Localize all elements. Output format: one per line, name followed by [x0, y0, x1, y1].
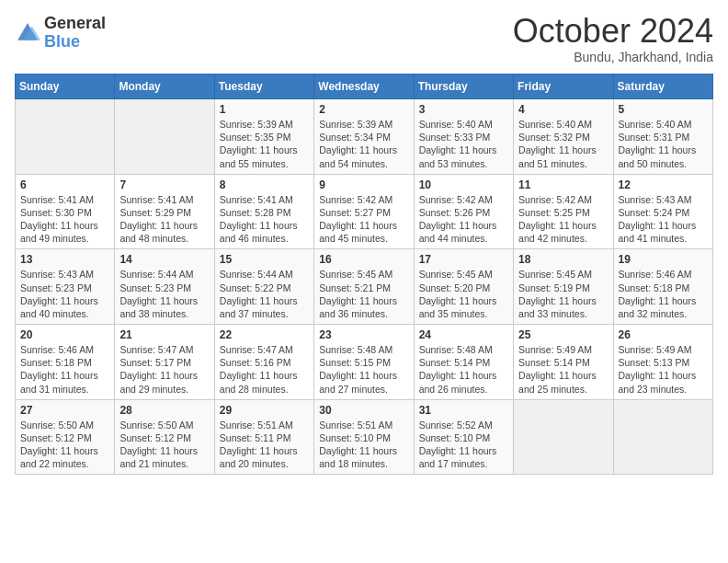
- calendar-cell: 15Sunrise: 5:44 AM Sunset: 5:22 PM Dayli…: [214, 249, 313, 325]
- logo-line1: General: [44, 15, 106, 33]
- day-info: Sunrise: 5:45 AM Sunset: 5:21 PM Dayligh…: [319, 268, 408, 320]
- day-number: 14: [119, 253, 209, 266]
- day-number: 31: [419, 404, 508, 417]
- week-row-5: 27Sunrise: 5:50 AM Sunset: 5:12 PM Dayli…: [16, 399, 713, 475]
- day-info: Sunrise: 5:40 AM Sunset: 5:31 PM Dayligh…: [619, 118, 708, 170]
- calendar-cell: 30Sunrise: 5:51 AM Sunset: 5:10 PM Dayli…: [314, 399, 414, 475]
- title-block: October 2024 Bundu, Jharkhand, India: [513, 15, 713, 64]
- day-number: 4: [518, 103, 608, 116]
- calendar-cell: [115, 99, 214, 175]
- calendar-cell: 4Sunrise: 5:40 AM Sunset: 5:32 PM Daylig…: [514, 99, 613, 175]
- day-info: Sunrise: 5:46 AM Sunset: 5:18 PM Dayligh…: [619, 268, 708, 320]
- weekday-header-thursday: Thursday: [414, 75, 513, 99]
- day-info: Sunrise: 5:39 AM Sunset: 5:35 PM Dayligh…: [220, 118, 309, 170]
- calendar-cell: [514, 399, 613, 475]
- day-number: 23: [319, 328, 408, 341]
- weekday-header-wednesday: Wednesday: [314, 75, 414, 99]
- calendar-body: 1Sunrise: 5:39 AM Sunset: 5:35 PM Daylig…: [16, 99, 713, 475]
- calendar-cell: 29Sunrise: 5:51 AM Sunset: 5:11 PM Dayli…: [214, 399, 313, 475]
- day-info: Sunrise: 5:43 AM Sunset: 5:24 PM Dayligh…: [619, 193, 708, 246]
- day-info: Sunrise: 5:42 AM Sunset: 5:26 PM Dayligh…: [419, 193, 508, 246]
- day-number: 8: [220, 178, 309, 191]
- day-number: 9: [319, 178, 408, 191]
- calendar-cell: 10Sunrise: 5:42 AM Sunset: 5:26 PM Dayli…: [414, 174, 513, 249]
- calendar-cell: 25Sunrise: 5:49 AM Sunset: 5:14 PM Dayli…: [514, 325, 613, 400]
- day-info: Sunrise: 5:42 AM Sunset: 5:27 PM Dayligh…: [319, 193, 408, 246]
- weekday-header-friday: Friday: [514, 75, 613, 99]
- day-info: Sunrise: 5:41 AM Sunset: 5:29 PM Dayligh…: [119, 193, 209, 246]
- day-number: 12: [619, 178, 708, 191]
- weekday-header-monday: Monday: [115, 75, 214, 99]
- day-number: 13: [20, 253, 109, 266]
- location-subtitle: Bundu, Jharkhand, India: [513, 50, 713, 64]
- calendar-cell: 12Sunrise: 5:43 AM Sunset: 5:24 PM Dayli…: [613, 174, 712, 249]
- day-info: Sunrise: 5:45 AM Sunset: 5:20 PM Dayligh…: [419, 268, 508, 320]
- calendar-cell: 3Sunrise: 5:40 AM Sunset: 5:33 PM Daylig…: [414, 99, 513, 175]
- day-info: Sunrise: 5:41 AM Sunset: 5:30 PM Dayligh…: [20, 193, 109, 246]
- day-info: Sunrise: 5:46 AM Sunset: 5:18 PM Dayligh…: [20, 343, 109, 396]
- calendar-cell: 2Sunrise: 5:39 AM Sunset: 5:34 PM Daylig…: [314, 99, 414, 175]
- month-title: October 2024: [513, 15, 713, 48]
- day-number: 2: [319, 103, 408, 116]
- day-number: 7: [119, 178, 209, 191]
- day-info: Sunrise: 5:49 AM Sunset: 5:13 PM Dayligh…: [619, 343, 708, 396]
- day-number: 20: [20, 328, 109, 341]
- calendar-cell: 24Sunrise: 5:48 AM Sunset: 5:14 PM Dayli…: [414, 325, 513, 400]
- day-number: 1: [220, 103, 309, 116]
- day-info: Sunrise: 5:52 AM Sunset: 5:10 PM Dayligh…: [419, 419, 508, 471]
- calendar-cell: 1Sunrise: 5:39 AM Sunset: 5:35 PM Daylig…: [214, 99, 313, 175]
- day-info: Sunrise: 5:41 AM Sunset: 5:28 PM Dayligh…: [220, 193, 309, 246]
- day-number: 22: [220, 328, 309, 341]
- day-info: Sunrise: 5:48 AM Sunset: 5:14 PM Dayligh…: [419, 343, 508, 396]
- calendar-cell: 26Sunrise: 5:49 AM Sunset: 5:13 PM Dayli…: [613, 325, 712, 400]
- day-info: Sunrise: 5:42 AM Sunset: 5:25 PM Dayligh…: [518, 193, 608, 246]
- calendar-header: SundayMondayTuesdayWednesdayThursdayFrid…: [16, 75, 713, 99]
- day-info: Sunrise: 5:45 AM Sunset: 5:19 PM Dayligh…: [518, 268, 608, 320]
- day-number: 6: [20, 178, 109, 191]
- day-number: 27: [20, 404, 109, 417]
- week-row-1: 1Sunrise: 5:39 AM Sunset: 5:35 PM Daylig…: [16, 99, 713, 175]
- day-number: 5: [619, 103, 708, 116]
- calendar-cell: 16Sunrise: 5:45 AM Sunset: 5:21 PM Dayli…: [314, 249, 414, 325]
- calendar-cell: 23Sunrise: 5:48 AM Sunset: 5:15 PM Dayli…: [314, 325, 414, 400]
- day-number: 18: [518, 253, 608, 266]
- calendar-cell: 19Sunrise: 5:46 AM Sunset: 5:18 PM Dayli…: [613, 249, 712, 325]
- day-number: 19: [619, 253, 708, 266]
- logo: General Blue: [15, 15, 106, 52]
- day-number: 21: [119, 328, 209, 341]
- day-number: 30: [319, 404, 408, 417]
- logo-icon: [15, 20, 40, 46]
- week-row-2: 6Sunrise: 5:41 AM Sunset: 5:30 PM Daylig…: [16, 174, 713, 249]
- calendar-cell: 28Sunrise: 5:50 AM Sunset: 5:12 PM Dayli…: [115, 399, 214, 475]
- calendar-cell: [613, 399, 712, 475]
- calendar-cell: 14Sunrise: 5:44 AM Sunset: 5:23 PM Dayli…: [115, 249, 214, 325]
- calendar-cell: 22Sunrise: 5:47 AM Sunset: 5:16 PM Dayli…: [214, 325, 313, 400]
- calendar-cell: 7Sunrise: 5:41 AM Sunset: 5:29 PM Daylig…: [115, 174, 214, 249]
- day-number: 29: [220, 404, 309, 417]
- logo-line2: Blue: [44, 33, 106, 52]
- day-info: Sunrise: 5:39 AM Sunset: 5:34 PM Dayligh…: [319, 118, 408, 170]
- page-header: General Blue October 2024 Bundu, Jharkha…: [15, 15, 713, 64]
- day-number: 16: [319, 253, 408, 266]
- day-number: 25: [518, 328, 608, 341]
- calendar-cell: 9Sunrise: 5:42 AM Sunset: 5:27 PM Daylig…: [314, 174, 414, 249]
- week-row-4: 20Sunrise: 5:46 AM Sunset: 5:18 PM Dayli…: [16, 325, 713, 400]
- day-number: 28: [119, 404, 209, 417]
- day-number: 11: [518, 178, 608, 191]
- day-info: Sunrise: 5:51 AM Sunset: 5:10 PM Dayligh…: [319, 419, 408, 471]
- day-number: 24: [419, 328, 508, 341]
- day-number: 10: [419, 178, 508, 191]
- day-info: Sunrise: 5:47 AM Sunset: 5:17 PM Dayligh…: [119, 343, 209, 396]
- day-info: Sunrise: 5:49 AM Sunset: 5:14 PM Dayligh…: [518, 343, 608, 396]
- calendar-cell: 13Sunrise: 5:43 AM Sunset: 5:23 PM Dayli…: [16, 249, 115, 325]
- weekday-header-row: SundayMondayTuesdayWednesdayThursdayFrid…: [16, 75, 713, 99]
- calendar-cell: 17Sunrise: 5:45 AM Sunset: 5:20 PM Dayli…: [414, 249, 513, 325]
- day-info: Sunrise: 5:51 AM Sunset: 5:11 PM Dayligh…: [220, 419, 309, 471]
- calendar-table: SundayMondayTuesdayWednesdayThursdayFrid…: [15, 74, 713, 475]
- calendar-cell: 5Sunrise: 5:40 AM Sunset: 5:31 PM Daylig…: [613, 99, 712, 175]
- calendar-cell: 11Sunrise: 5:42 AM Sunset: 5:25 PM Dayli…: [514, 174, 613, 249]
- day-info: Sunrise: 5:50 AM Sunset: 5:12 PM Dayligh…: [20, 419, 109, 471]
- weekday-header-saturday: Saturday: [613, 75, 712, 99]
- calendar-cell: 31Sunrise: 5:52 AM Sunset: 5:10 PM Dayli…: [414, 399, 513, 475]
- calendar-cell: 21Sunrise: 5:47 AM Sunset: 5:17 PM Dayli…: [115, 325, 214, 400]
